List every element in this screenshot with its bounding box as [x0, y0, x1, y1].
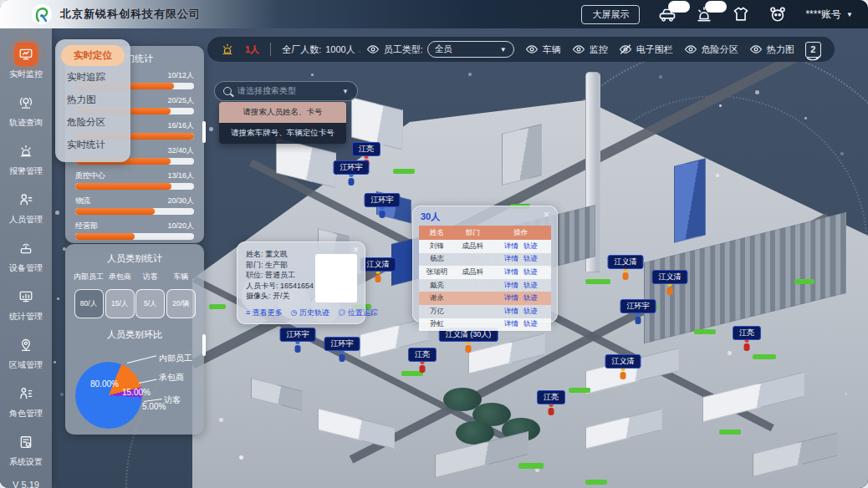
close-icon[interactable]: × [353, 244, 359, 256]
menu-item-2[interactable]: 实时追踪 [55, 66, 130, 89]
action-link[interactable]: 轨迹 [523, 293, 538, 302]
map-person-tag[interactable]: 江义清 [605, 354, 641, 369]
action-link[interactable]: 轨迹 [523, 254, 538, 262]
category-value-box[interactable]: 15/人 [105, 289, 135, 318]
alarm-light-icon[interactable] [695, 5, 713, 23]
action-link[interactable]: 轨迹 [523, 281, 538, 289]
map-person-tag[interactable]: 江环宇 [324, 337, 360, 351]
action-link[interactable]: 详情 [504, 254, 518, 262]
menu-item-1[interactable]: 实时定位 [61, 45, 125, 66]
action-link[interactable]: 详情 [504, 267, 518, 276]
alarm-count[interactable]: 1人 [245, 43, 259, 56]
bg-dot [659, 75, 662, 79]
table-row[interactable]: 万亿详情轨迹 [419, 305, 551, 318]
table-row[interactable]: 戴亮详情轨迹 [419, 279, 551, 292]
figure-body [667, 287, 673, 295]
category-value-box[interactable]: 80/人 [74, 289, 104, 318]
toggle-2[interactable]: 监控 [572, 43, 608, 56]
table-column-header: 部门 [455, 226, 491, 240]
map-person-tag[interactable]: 江环宇 [280, 328, 316, 342]
account-menu[interactable]: ****账号 ▼ [805, 8, 853, 22]
sidebar-item-9[interactable]: 系统设置 [9, 424, 43, 473]
action-link[interactable]: 轨迹 [523, 307, 538, 315]
map-person-tag[interactable]: 江环宇 [620, 299, 656, 313]
car-icon[interactable] [658, 5, 677, 23]
menu-item-4[interactable]: 危险分区 [55, 111, 130, 134]
action-link[interactable]: 详情 [504, 319, 518, 328]
action-link[interactable]: 详情 [504, 293, 518, 302]
chevron-down-icon: ▼ [846, 11, 853, 18]
cell-name: 杨志 [419, 253, 455, 267]
alarm-status-icon[interactable] [221, 43, 234, 56]
action-link[interactable]: 详情 [504, 307, 518, 315]
eye-icon[interactable] [366, 43, 380, 56]
search-type-menu: 请搜索人员姓名、卡号请搜索车牌号、车辆定位卡号 [219, 102, 346, 144]
sidebar-item-1[interactable]: 实时监控 [9, 37, 43, 85]
scrollbar-thumb[interactable] [202, 121, 206, 143]
employee-type-select[interactable]: 全员 ▼ [427, 41, 514, 58]
category-value-box[interactable]: 5/人 [135, 289, 165, 318]
person-action-1[interactable]: ≡ 查看更多 [246, 308, 283, 318]
map-person-tag[interactable]: 江亮 [733, 326, 761, 340]
map-person-tag[interactable]: 江亮 [537, 390, 565, 404]
toggle-1[interactable]: 车辆 [525, 43, 561, 56]
table-row[interactable]: 张瑞明成品科详情轨迹 [419, 266, 551, 279]
factory-building [836, 241, 844, 286]
map-person-tag[interactable]: 江义清 [652, 270, 688, 284]
search-option-1[interactable]: 请搜索人员姓名、卡号 [219, 102, 346, 123]
factory-building [435, 431, 528, 478]
sidebar-item-3[interactable]: 报警管理 [9, 134, 43, 182]
sidebar-item-6[interactable]: 统计管理 [9, 279, 43, 328]
shirt-icon[interactable] [732, 5, 750, 23]
search-input[interactable]: 请选择搜索类型 ▼ [214, 81, 358, 101]
map-person-tag[interactable]: 江亮 [408, 348, 437, 362]
sidebar-item-7[interactable]: 区域管理 [9, 328, 43, 376]
cell-dept [455, 318, 491, 332]
dept-bar-row: 质控中心13/16人 [75, 170, 194, 190]
action-link[interactable]: 轨迹 [523, 319, 538, 328]
toggle-4[interactable]: 危险分区 [684, 43, 738, 56]
person-action-3[interactable]: ◎ 位置追踪 [338, 308, 378, 318]
map-person-tag[interactable]: 江亮 [352, 142, 380, 156]
figure-body [349, 178, 355, 186]
sidebar-item-5[interactable]: 设备管理 [9, 231, 43, 279]
big-screen-button[interactable]: 大屏展示 [581, 5, 640, 24]
bar-head: 经营部10/20人 [75, 221, 194, 231]
alarm-badge [705, 1, 727, 13]
table-row[interactable]: 杨志详情轨迹 [419, 253, 551, 267]
map-person-tag[interactable]: 江环宇 [334, 160, 370, 175]
close-icon[interactable]: × [544, 209, 549, 221]
sidebar-item-8[interactable]: 角色管理 [9, 376, 43, 424]
action-link[interactable]: 轨迹 [523, 241, 538, 250]
factory-building [674, 158, 706, 242]
person-figure [549, 403, 554, 415]
company-name: 北京新锐科创科技有限公司 [60, 7, 201, 22]
sidebar-item-4[interactable]: 人员管理 [9, 182, 43, 231]
employee-type-group: 员工类型: 全员 ▼ [366, 41, 514, 58]
map-person-tag[interactable]: 江环宇 [365, 193, 401, 207]
toggle-5[interactable]: 热力图 [749, 43, 794, 56]
search-option-2[interactable]: 请搜索车牌号、车辆定位卡号 [219, 123, 346, 144]
table-row[interactable]: 刘锋成品科详情轨迹 [419, 240, 551, 253]
scrollbar-thumb[interactable] [202, 334, 206, 356]
table-row[interactable]: 孙虹详情轨迹 [419, 318, 551, 332]
view-2d-button[interactable]: 2 [805, 42, 821, 58]
table-row[interactable]: 谢永详情轨迹 [419, 292, 551, 305]
map-person-tag[interactable]: 江义清 [608, 255, 644, 269]
employee-type-value: 全员 [435, 43, 452, 55]
menu-item-3[interactable]: 热力图 [55, 89, 130, 111]
eye-icon [749, 43, 763, 56]
menu-item-5[interactable]: 实时统计 [55, 134, 130, 156]
factory-building [393, 169, 415, 174]
category-label: 访客 [143, 272, 158, 282]
action-link[interactable]: 详情 [504, 241, 518, 250]
person-action-2[interactable]: ◷ 历史轨迹 [291, 308, 329, 318]
action-link[interactable]: 轨迹 [523, 267, 538, 276]
category-value-box[interactable]: 20/辆 [166, 289, 196, 318]
sidebar-item-2[interactable]: 轨迹查询 [9, 85, 43, 134]
toggle-3[interactable]: 电子围栏 [619, 43, 673, 56]
action-link[interactable]: 详情 [504, 281, 518, 289]
panda-icon[interactable] [768, 5, 787, 23]
toggle-label: 监控 [590, 43, 608, 56]
person-figure [620, 367, 626, 379]
